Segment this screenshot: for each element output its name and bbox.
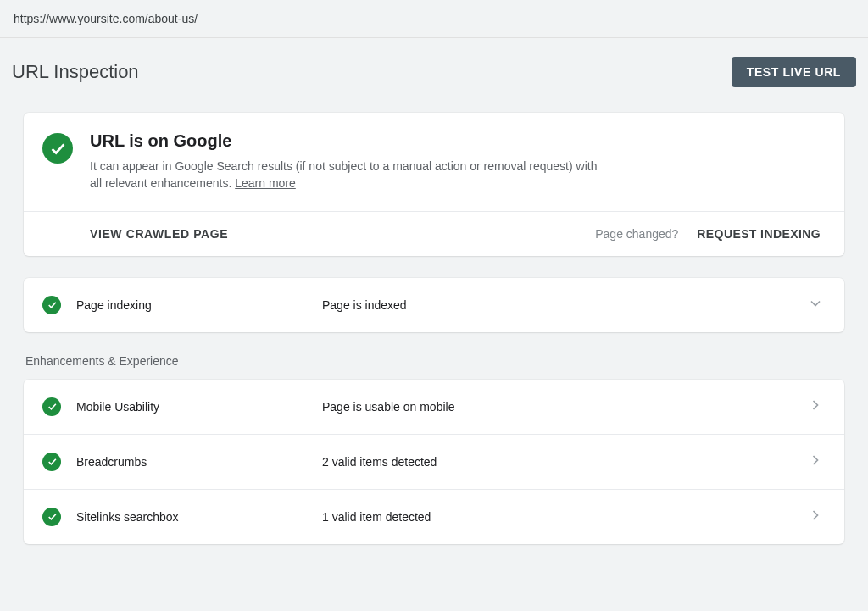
status-card-footer: VIEW CRAWLED PAGE Page changed? REQUEST … xyxy=(24,211,844,256)
learn-more-link[interactable]: Learn more xyxy=(235,176,296,190)
row-label: Page indexing xyxy=(76,298,322,312)
url-bar[interactable]: https://www.yoursite.com/about-us/ xyxy=(0,0,868,38)
chevron-down-icon xyxy=(807,295,824,315)
request-indexing-button[interactable]: REQUEST INDEXING xyxy=(697,227,821,241)
chevron-right-icon xyxy=(807,452,824,472)
check-icon xyxy=(42,453,61,471)
status-card-main: URL is on Google It can appear in Google… xyxy=(24,113,844,211)
row-value: Page is usable on mobile xyxy=(322,400,807,414)
header: URL Inspection TEST LIVE URL xyxy=(0,38,868,96)
row-label: Mobile Usability xyxy=(76,400,322,414)
row-label: Breadcrumbs xyxy=(76,455,322,469)
page-indexing-card: Page indexing Page is indexed xyxy=(24,278,844,332)
page-changed-label: Page changed? xyxy=(595,227,678,241)
view-crawled-page-button[interactable]: VIEW CRAWLED PAGE xyxy=(90,227,228,241)
enhancements-section-label: Enhancements & Experience xyxy=(24,354,844,380)
status-title: URL is on Google xyxy=(90,131,821,151)
page-indexing-row[interactable]: Page indexing Page is indexed xyxy=(24,278,844,332)
test-live-url-button[interactable]: TEST LIVE URL xyxy=(732,57,856,87)
sitelinks-searchbox-row[interactable]: Sitelinks searchbox 1 valid item detecte… xyxy=(24,489,844,544)
chevron-right-icon xyxy=(807,507,824,527)
status-description: It can appear in Google Search results (… xyxy=(90,158,598,192)
status-desc-text: It can appear in Google Search results (… xyxy=(90,159,597,190)
status-card: URL is on Google It can appear in Google… xyxy=(24,113,844,256)
status-card-body: URL is on Google It can appear in Google… xyxy=(90,131,821,192)
enhancements-list: Mobile Usability Page is usable on mobil… xyxy=(24,380,844,544)
breadcrumbs-row[interactable]: Breadcrumbs 2 valid items detected xyxy=(24,434,844,489)
check-icon xyxy=(42,133,73,164)
check-icon xyxy=(42,508,61,526)
check-icon xyxy=(42,397,61,416)
check-icon xyxy=(42,296,61,314)
row-value: 2 valid items detected xyxy=(322,455,807,469)
row-value: Page is indexed xyxy=(322,298,807,312)
row-value: 1 valid item detected xyxy=(322,510,807,524)
page-title: URL Inspection xyxy=(12,61,139,83)
mobile-usability-row[interactable]: Mobile Usability Page is usable on mobil… xyxy=(24,380,844,434)
row-label: Sitelinks searchbox xyxy=(76,510,322,524)
content-area: URL is on Google It can appear in Google… xyxy=(0,96,868,544)
chevron-right-icon xyxy=(807,397,824,417)
